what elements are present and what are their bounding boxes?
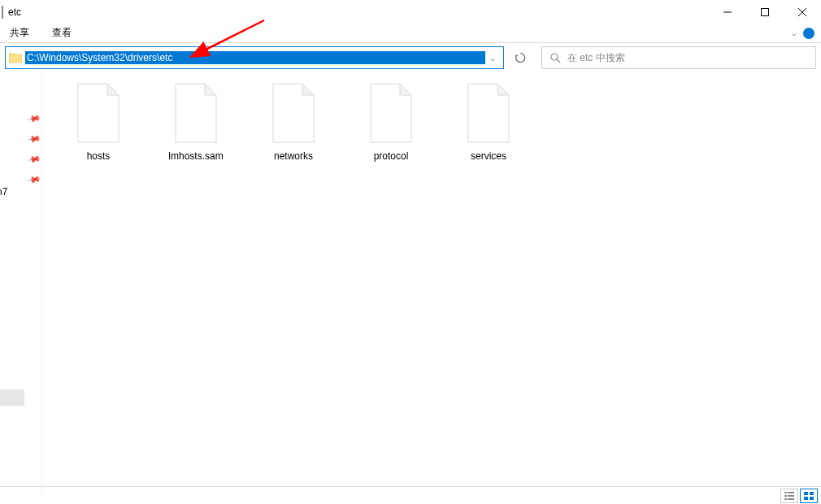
ribbon-right: ⌵ bbox=[792, 28, 814, 39]
refresh-icon bbox=[515, 52, 526, 63]
sidebar-selection bbox=[0, 389, 24, 406]
help-icon[interactable] bbox=[803, 28, 814, 39]
window-buttons bbox=[709, 0, 821, 24]
file-item[interactable]: protocol bbox=[359, 82, 423, 495]
svg-rect-11 bbox=[788, 498, 794, 500]
pin-icon: 📌 bbox=[26, 132, 43, 148]
nav-sidebar[interactable]: 📌 📌 📌 📌 n7 bbox=[0, 72, 42, 495]
ribbon-tab-view[interactable]: 查看 bbox=[52, 26, 72, 40]
title-divider bbox=[2, 6, 3, 19]
refresh-button[interactable] bbox=[509, 46, 532, 69]
file-item[interactable]: hosts bbox=[67, 82, 130, 495]
file-label: hosts bbox=[87, 150, 111, 162]
content-row: 📌 📌 📌 📌 n7 hosts lmhosts.sam n bbox=[0, 72, 821, 495]
ribbon-tab-share[interactable]: 共享 bbox=[10, 26, 29, 40]
pin-icon: 📌 bbox=[26, 111, 43, 128]
maximize-button[interactable] bbox=[746, 0, 784, 24]
file-icon bbox=[270, 82, 317, 144]
file-label: networks bbox=[274, 150, 313, 162]
svg-rect-13 bbox=[810, 492, 814, 495]
file-label: lmhosts.sam bbox=[168, 150, 223, 162]
svg-rect-15 bbox=[810, 497, 814, 500]
folder-icon bbox=[9, 52, 22, 63]
search-placeholder: 在 etc 中搜索 bbox=[567, 51, 625, 65]
address-path[interactable]: C:\Windows\System32\drivers\etc bbox=[25, 51, 485, 64]
search-icon bbox=[550, 53, 561, 63]
file-icon bbox=[172, 82, 219, 144]
svg-rect-14 bbox=[804, 497, 808, 500]
titlebar: etc bbox=[0, 0, 821, 24]
address-bar[interactable]: C:\Windows\System32\drivers\etc ⌵ bbox=[5, 46, 504, 69]
file-icon bbox=[465, 82, 512, 144]
search-box[interactable]: 在 etc 中搜索 bbox=[541, 46, 816, 69]
pin-icon: 📌 bbox=[26, 152, 43, 168]
view-details-button[interactable] bbox=[780, 489, 798, 503]
svg-rect-7 bbox=[788, 492, 794, 493]
file-label: protocol bbox=[374, 150, 409, 162]
address-history-dropdown[interactable]: ⌵ bbox=[485, 54, 500, 63]
window-title: etc bbox=[8, 7, 21, 18]
svg-rect-10 bbox=[784, 498, 787, 500]
expand-ribbon-button[interactable]: ⌵ bbox=[792, 28, 797, 37]
close-button[interactable] bbox=[784, 0, 821, 24]
file-pane[interactable]: hosts lmhosts.sam networks protocol bbox=[42, 72, 821, 495]
file-icon bbox=[75, 82, 122, 144]
address-row: C:\Windows\System32\drivers\etc ⌵ 在 etc … bbox=[0, 43, 821, 72]
file-item[interactable]: services bbox=[457, 82, 520, 495]
ribbon-tabs: 共享 查看 bbox=[10, 26, 72, 40]
file-item[interactable]: networks bbox=[262, 82, 325, 495]
svg-rect-8 bbox=[784, 495, 787, 497]
pin-icon: 📌 bbox=[26, 172, 43, 189]
file-icon bbox=[367, 82, 415, 144]
svg-line-5 bbox=[557, 59, 560, 63]
statusbar bbox=[0, 486, 821, 504]
svg-rect-1 bbox=[762, 8, 769, 15]
file-label: services bbox=[471, 150, 506, 162]
svg-rect-6 bbox=[784, 492, 787, 493]
file-item[interactable]: lmhosts.sam bbox=[164, 82, 228, 495]
view-large-icons-button[interactable] bbox=[800, 489, 818, 503]
svg-rect-12 bbox=[804, 492, 808, 495]
titlebar-left: etc bbox=[2, 6, 21, 19]
svg-point-4 bbox=[551, 54, 558, 60]
ribbon: 共享 查看 ⌵ bbox=[0, 24, 821, 43]
minimize-button[interactable] bbox=[709, 0, 746, 24]
svg-rect-9 bbox=[788, 495, 794, 497]
sidebar-item-partial[interactable]: n7 bbox=[0, 186, 7, 198]
